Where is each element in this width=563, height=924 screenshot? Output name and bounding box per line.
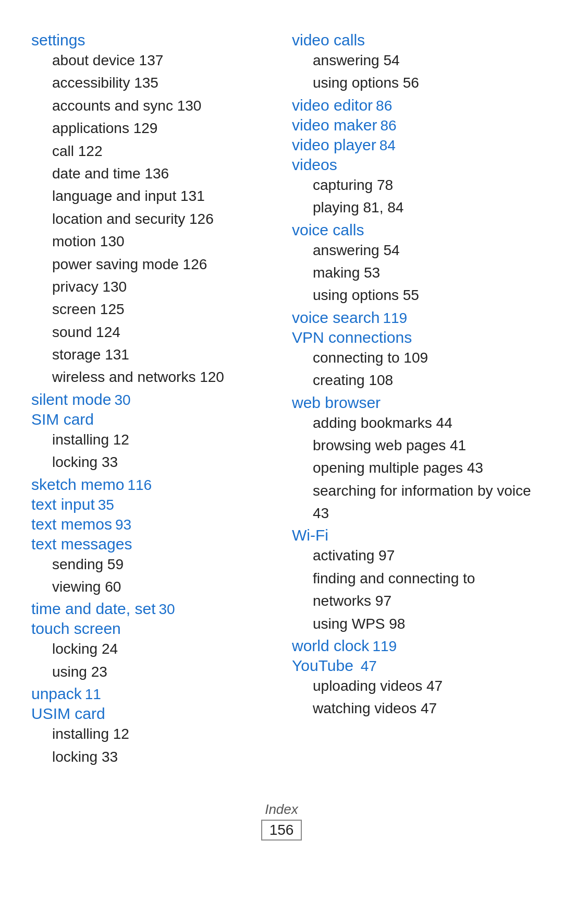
sub-entry: using WPS 98 bbox=[292, 613, 532, 635]
index-entry: unpack11 bbox=[31, 685, 271, 703]
footer-page: 156 bbox=[261, 820, 302, 841]
index-entry: YouTube 47uploading videos 47watching vi… bbox=[292, 657, 532, 720]
sub-entry: accessibility 135 bbox=[31, 71, 271, 94]
sub-entry: wireless and networks 120 bbox=[31, 366, 271, 388]
index-heading: silent mode30 bbox=[31, 391, 271, 409]
sub-entry: uploading videos 47 bbox=[292, 675, 532, 697]
sub-entry: answering 54 bbox=[292, 49, 532, 71]
index-entry: video callsanswering 54using options 56 bbox=[292, 31, 532, 94]
heading-text: video editor bbox=[292, 97, 373, 114]
sub-entry: locking 24 bbox=[31, 638, 271, 660]
index-entry: touch screenlocking 24using 23 bbox=[31, 620, 271, 683]
heading-text: VPN connections bbox=[292, 329, 412, 346]
sub-entry: capturing 78 bbox=[292, 174, 532, 196]
heading-text: USIM card bbox=[31, 705, 105, 722]
page-number: 30 bbox=[114, 392, 130, 408]
page-number: 86 bbox=[380, 117, 396, 134]
index-heading: unpack11 bbox=[31, 685, 271, 703]
index-heading: time and date, set30 bbox=[31, 600, 271, 618]
index-entry: videoscapturing 78playing 81, 84 bbox=[292, 156, 532, 219]
index-heading: USIM card bbox=[31, 705, 271, 723]
index-entry: USIM cardinstalling 12locking 33 bbox=[31, 705, 271, 768]
page-number: 93 bbox=[115, 517, 131, 533]
heading-text: SIM card bbox=[31, 411, 94, 428]
index-entry: time and date, set30 bbox=[31, 600, 271, 618]
sub-entry: about device 137 bbox=[31, 49, 271, 71]
index-heading: text memos93 bbox=[31, 515, 271, 533]
index-entry: web browseradding bookmarks 44browsing w… bbox=[292, 394, 532, 525]
index-heading: YouTube 47 bbox=[292, 657, 532, 675]
index-entry: VPN connectionsconnecting to 109creating… bbox=[292, 329, 532, 392]
index-heading: voice calls bbox=[292, 221, 532, 239]
heading-text: settings bbox=[31, 31, 85, 49]
sub-entry: language and input 131 bbox=[31, 185, 271, 207]
sub-entry: creating 108 bbox=[292, 369, 532, 391]
footer: Index 156 bbox=[31, 801, 532, 841]
index-entry: world clock119 bbox=[292, 637, 532, 655]
heading-text: web browser bbox=[292, 394, 381, 411]
heading-text: silent mode bbox=[31, 391, 111, 408]
index-entry: SIM cardinstalling 12locking 33 bbox=[31, 411, 271, 474]
sub-entry: applications 129 bbox=[31, 117, 271, 139]
heading-text: time and date, set bbox=[31, 600, 155, 617]
sub-entry: installing 12 bbox=[31, 428, 271, 451]
sub-entry: storage 131 bbox=[31, 343, 271, 366]
heading-text: video maker bbox=[292, 116, 377, 134]
index-entry: Wi-Fiactivating 97finding and connecting… bbox=[292, 526, 532, 635]
page-number: 30 bbox=[158, 601, 175, 617]
heading-text: text messages bbox=[31, 535, 132, 553]
sub-entry: date and time 136 bbox=[31, 162, 271, 185]
sub-entry: answering 54 bbox=[292, 239, 532, 261]
index-entry: text input35 bbox=[31, 496, 271, 513]
index-entry: video maker86 bbox=[292, 116, 532, 134]
right-column: video callsanswering 54using options 56v… bbox=[292, 31, 532, 770]
sub-entry: power saving mode 126 bbox=[31, 253, 271, 275]
heading-text: sketch memo bbox=[31, 476, 124, 493]
index-entry: voice search119 bbox=[292, 309, 532, 327]
sub-entry: activating 97 bbox=[292, 544, 532, 567]
index-heading: video editor86 bbox=[292, 97, 532, 114]
heading-text: voice search bbox=[292, 309, 380, 326]
page-number: 84 bbox=[380, 137, 396, 153]
sub-entry: sound 124 bbox=[31, 321, 271, 343]
page-number: 119 bbox=[383, 310, 407, 326]
sub-entry: adding bookmarks 44 bbox=[292, 412, 532, 434]
sub-entry: privacy 130 bbox=[31, 275, 271, 298]
heading-text: unpack bbox=[31, 685, 82, 702]
sub-entry: browsing web pages 41 bbox=[292, 434, 532, 457]
sub-entry: viewing 60 bbox=[31, 575, 271, 598]
sub-entry: locking 33 bbox=[31, 746, 271, 768]
index-entry: settingsabout device 137accessibility 13… bbox=[31, 31, 271, 389]
left-column: settingsabout device 137accessibility 13… bbox=[31, 31, 271, 770]
sub-entry: using options 56 bbox=[292, 71, 532, 94]
heading-text: text memos bbox=[31, 515, 112, 533]
sub-entry: sending 59 bbox=[31, 553, 271, 575]
index-heading: SIM card bbox=[31, 411, 271, 428]
sub-entry: installing 12 bbox=[31, 723, 271, 745]
sub-entry: connecting to 109 bbox=[292, 346, 532, 369]
index-entry: video player84 bbox=[292, 136, 532, 154]
sub-entry: making 53 bbox=[292, 261, 532, 284]
sub-entry: locking 33 bbox=[31, 451, 271, 473]
index-heading: VPN connections bbox=[292, 329, 532, 346]
index-entry: video editor86 bbox=[292, 97, 532, 114]
page-number: 35 bbox=[98, 497, 114, 513]
page-number: 86 bbox=[376, 98, 392, 114]
page-number: 47 bbox=[357, 658, 377, 674]
page-number: 119 bbox=[372, 638, 397, 654]
heading-text: YouTube bbox=[292, 657, 353, 674]
heading-text: Wi-Fi bbox=[292, 526, 328, 544]
sub-entry: finding and connecting to networks 97 bbox=[292, 567, 532, 613]
index-entry: sketch memo116 bbox=[31, 476, 271, 494]
index-heading: Wi-Fi bbox=[292, 526, 532, 544]
index-heading: videos bbox=[292, 156, 532, 174]
page-number: 116 bbox=[127, 477, 152, 493]
sub-entry: using 23 bbox=[31, 661, 271, 683]
sub-entry: call 122 bbox=[31, 140, 271, 162]
index-heading: video calls bbox=[292, 31, 532, 49]
sub-entry: searching for information by voice 43 bbox=[292, 479, 532, 525]
heading-text: voice calls bbox=[292, 221, 364, 238]
index-heading: video maker86 bbox=[292, 116, 532, 134]
index-entry: text messagessending 59viewing 60 bbox=[31, 535, 271, 598]
index-heading: video player84 bbox=[292, 136, 532, 154]
